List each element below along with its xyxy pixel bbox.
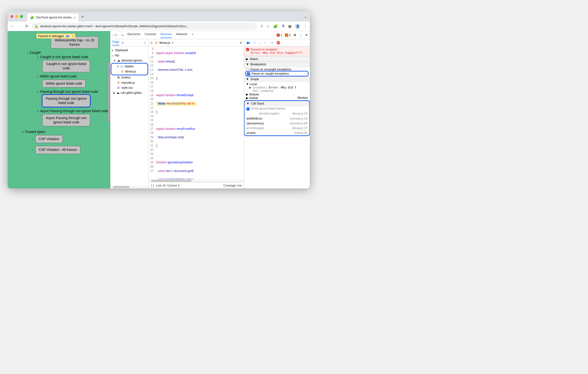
- coverage: Coverage: n/a: [223, 184, 242, 187]
- resume-icon[interactable]: ▮▶: [66, 34, 70, 38]
- page-button[interactable]: Async Passing through non ignore listed …: [42, 114, 90, 126]
- paused-label: Paused in debugger: [38, 34, 64, 38]
- statusbar: { }Line 15, Column 3 Coverage: n/a: [149, 182, 244, 188]
- css-file-icon: 🗎: [117, 85, 120, 90]
- pause-uncaught-checkbox[interactable]: Pause on uncaught exceptions: [246, 68, 308, 71]
- close-tab-icon[interactable]: ×: [74, 16, 76, 20]
- breakpoints-pane[interactable]: ▼Breakpoints: [244, 62, 310, 67]
- stack-frame[interactable]: errorWrapperlibrary.js:37: [244, 126, 309, 130]
- page-button[interactable]: CSP Violation: [35, 135, 63, 143]
- collapse-icon[interactable]: ⎚: [151, 41, 153, 44]
- source-code: export async function unsafeS await dela…: [155, 46, 198, 179]
- folder-icon: 🗀: [120, 64, 124, 69]
- resume-icon[interactable]: ▮▶: [246, 41, 251, 44]
- labs-icon[interactable]: ⚗: [281, 24, 285, 28]
- errors-badge[interactable]: ✕1: [277, 33, 282, 37]
- toggle-pane-icon[interactable]: ⎚: [240, 41, 242, 44]
- kebab-icon[interactable]: ⋮: [143, 41, 147, 44]
- paused-overlay: Paused in debugger ▮▶ ⤵: [36, 33, 75, 39]
- debugger-bar: ▮▶ ⤵ ↓ ↑ →• ⛔: [244, 39, 310, 46]
- stack-frame[interactable]: (anonymous)mycode.js:89: [244, 121, 309, 126]
- frame-icon: ▭: [111, 53, 114, 58]
- stack-frame[interactable]: onclick(index):83: [244, 130, 309, 135]
- step-into-icon[interactable]: ↓: [259, 41, 261, 44]
- file-tree[interactable]: ⏵Deployed ▭top ▼☁devtools-ignore... ▼🗀hi…: [110, 46, 148, 97]
- deployed-icon: ⏵: [111, 48, 114, 53]
- more-tabs-icon[interactable]: »: [192, 32, 193, 38]
- cloud-icon: ☁: [116, 90, 119, 96]
- url-input[interactable]: 🔒 devtools-ignore-list-stories.glitch.me…: [32, 23, 257, 30]
- callstack-pane[interactable]: ▼Call Stack: [244, 101, 309, 106]
- page-area: Paused in debugger ▮▶ ⤵ WebAssembly trap…: [8, 31, 110, 188]
- step-out-icon[interactable]: ↑: [264, 41, 266, 44]
- bookmark-icon[interactable]: ☆: [266, 24, 270, 28]
- error-icon: ✕: [246, 48, 249, 51]
- scope-module[interactable]: ▶ Module: [246, 93, 308, 96]
- section-header: Trusted types:: [22, 130, 108, 134]
- minimize-icon[interactable]: [15, 15, 18, 18]
- newtab-icon[interactable]: ＋: [80, 13, 85, 20]
- tabs-chevron-icon[interactable]: ⌄: [304, 14, 307, 19]
- warnings-badge[interactable]: !2: [285, 33, 291, 37]
- paused-message: ✕Paused on exception Error: Why did this…: [244, 46, 310, 56]
- inspect-icon[interactable]: ⬚↖: [112, 33, 118, 37]
- stack-frame[interactable]: throwExceptionlibrary.js:15: [244, 111, 309, 116]
- forward-icon: →: [17, 24, 21, 28]
- pause-caught-checkbox[interactable]: Pause on caught exceptions: [246, 72, 308, 76]
- step-over-icon[interactable]: ⤵: [72, 34, 74, 38]
- list-item: Within ignore listed code: [38, 74, 108, 78]
- tab-sources[interactable]: Sources: [160, 32, 172, 38]
- show-ignored-checkbox[interactable]: Show ignore-listed frames: [244, 106, 309, 111]
- js-file-icon: 🗎: [117, 80, 120, 85]
- file-icon: 🗎: [117, 75, 120, 80]
- share-icon[interactable]: ⇪: [260, 24, 263, 28]
- avatar[interactable]: 👤: [295, 24, 300, 29]
- step-icon[interactable]: →•: [269, 41, 273, 44]
- js-file-icon: 🗎: [121, 69, 124, 74]
- tab-network[interactable]: Network: [176, 32, 188, 38]
- page-button[interactable]: CSP Violation - All frames: [35, 146, 80, 154]
- menu-icon[interactable]: ⋮: [304, 24, 307, 28]
- tabbar: 🧩 DevTools ignore list stories × ＋ ⌄: [8, 11, 310, 21]
- kebab-icon[interactable]: ⋮: [299, 33, 302, 37]
- page-button[interactable]: Within ignore listed code: [42, 80, 85, 88]
- ext-pin-icon[interactable]: ▣: [288, 24, 292, 28]
- step-over-icon[interactable]: ⤵: [254, 41, 255, 44]
- close-devtools-icon[interactable]: ✕: [305, 33, 308, 37]
- device-icon[interactable]: ▭: [121, 33, 124, 37]
- close-icon[interactable]: [10, 15, 13, 18]
- cloud-icon: ☁: [117, 58, 120, 63]
- settings-icon[interactable]: ⚙: [294, 33, 296, 37]
- code-editor[interactable]: 8910111213141516171819202122232425262728…: [149, 46, 244, 179]
- format-icon[interactable]: { }: [151, 184, 154, 187]
- js-file-icon: 🗎: [155, 41, 158, 44]
- cursor-position: Line 15, Column 3: [156, 184, 179, 187]
- more-subtabs-icon[interactable]: »: [122, 41, 123, 44]
- tab[interactable]: 🧩 DevTools ignore list stories ×: [27, 13, 78, 21]
- scope-local[interactable]: ▼ Local: [246, 83, 308, 86]
- back-icon[interactable]: ←: [10, 24, 14, 28]
- deactivate-bp-icon[interactable]: ⛔: [276, 41, 280, 44]
- zoom-icon[interactable]: [20, 15, 23, 18]
- stack-frame[interactable]: doWithErrormycode.js:18: [244, 116, 309, 121]
- scope-pane[interactable]: ▼Scope: [244, 76, 310, 82]
- subtab-page[interactable]: Page: [112, 40, 119, 45]
- scrollbar[interactable]: [113, 186, 130, 188]
- page-button-highlighted[interactable]: Passing through non ignore listed code: [42, 95, 90, 107]
- close-icon[interactable]: ×: [172, 41, 174, 44]
- tab-console[interactable]: Console: [145, 32, 156, 38]
- watch-pane[interactable]: ▶Watch: [244, 56, 310, 62]
- scrollbar[interactable]: [151, 180, 192, 182]
- url-text: devtools-ignore-list-stories.glitch.me/#…: [40, 24, 189, 28]
- scope-global[interactable]: ▶ GlobalWindow: [246, 96, 308, 100]
- file-tab[interactable]: 🗎library.js×: [155, 41, 174, 44]
- page-button[interactable]: Caught in non ignore listed code: [42, 60, 90, 72]
- scope-this: this: undefined: [246, 89, 308, 93]
- extensions-icon[interactable]: 🧩: [273, 24, 278, 28]
- scope-exception[interactable]: ▶ Exception: Error: Why did t: [246, 86, 308, 89]
- list-item: Async Passing through non ignore listed …: [38, 109, 108, 113]
- scrollbar[interactable]: [108, 62, 110, 122]
- tab-elements[interactable]: Elements: [127, 32, 140, 38]
- reload-icon[interactable]: ⟳: [24, 24, 29, 28]
- list-item: Caught in non ignore listed code: [38, 55, 108, 59]
